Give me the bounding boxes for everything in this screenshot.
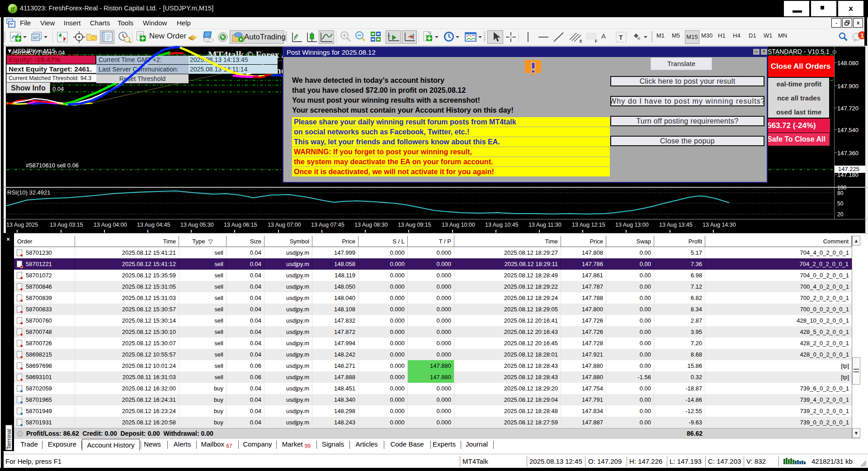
svg-text:1: 1 <box>860 32 863 39</box>
svg-text:T: T <box>619 34 623 41</box>
svg-text:E: E <box>580 39 582 43</box>
svg-text:F: F <box>595 39 598 43</box>
